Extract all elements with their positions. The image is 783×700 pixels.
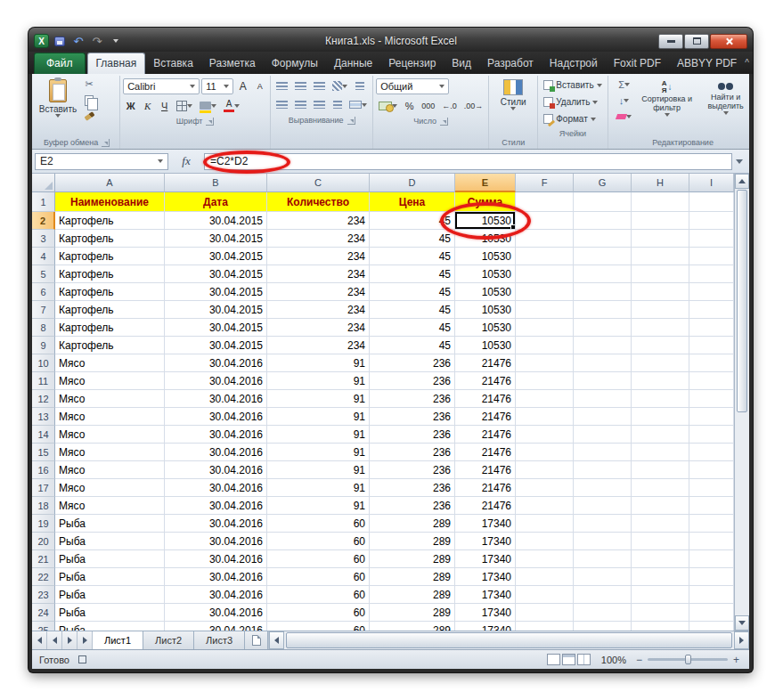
- save-button[interactable]: [52, 34, 68, 48]
- column-header-G[interactable]: G: [574, 174, 632, 192]
- font-color-button[interactable]: А: [221, 98, 242, 113]
- cell-I11[interactable]: [689, 372, 734, 390]
- find-select-button[interactable]: Найти и выделить: [697, 77, 753, 116]
- column-header-F[interactable]: F: [516, 174, 574, 192]
- cell-I21[interactable]: [689, 550, 734, 568]
- cell-C8[interactable]: 234: [267, 319, 370, 337]
- ribbon-tab-Рецензир[interactable]: Рецензир: [380, 53, 444, 74]
- cell-A1[interactable]: Наименование: [55, 192, 165, 212]
- wrap-text-button[interactable]: [352, 78, 367, 94]
- cell-B15[interactable]: 30.04.2016: [165, 444, 267, 461]
- cell-F9[interactable]: [516, 337, 574, 354]
- cell-D5[interactable]: 45: [370, 265, 455, 283]
- cell-G24[interactable]: [574, 604, 632, 622]
- zoom-slider[interactable]: [648, 658, 728, 661]
- cell-F6[interactable]: [516, 283, 574, 301]
- cell-A5[interactable]: Картофель: [55, 265, 165, 283]
- cell-A20[interactable]: Рыба: [55, 533, 165, 550]
- cell-D3[interactable]: 45: [370, 230, 455, 248]
- cell-D21[interactable]: 289: [370, 550, 455, 568]
- row-header-3[interactable]: 3: [32, 230, 55, 248]
- cell-I1[interactable]: [689, 192, 734, 212]
- cell-I2[interactable]: [689, 212, 734, 230]
- scroll-left-button[interactable]: [269, 631, 284, 649]
- cell-B21[interactable]: 30.04.2016: [165, 550, 267, 568]
- cell-F13[interactable]: [516, 408, 574, 426]
- minimize-button[interactable]: [658, 34, 683, 49]
- cell-H23[interactable]: [632, 586, 689, 604]
- sort-filter-button[interactable]: АЯ↓ Сортировка и фильтр: [638, 77, 697, 118]
- cell-I19[interactable]: [689, 515, 734, 533]
- redo-button[interactable]: ↷: [89, 34, 105, 48]
- cell-B17[interactable]: 30.04.2016: [165, 479, 267, 497]
- zoom-in-button[interactable]: +: [730, 654, 742, 666]
- cell-B6[interactable]: 30.04.2015: [165, 283, 267, 301]
- cell-C9[interactable]: 234: [267, 337, 370, 354]
- row-header-14[interactable]: 14: [32, 426, 55, 444]
- cell-A15[interactable]: Мясо: [55, 444, 165, 461]
- select-all-corner[interactable]: [32, 174, 55, 192]
- cell-F21[interactable]: [516, 550, 574, 568]
- cell-E6[interactable]: 10530: [455, 283, 516, 301]
- cell-E10[interactable]: 21476: [455, 354, 516, 372]
- last-sheet-button[interactable]: [77, 631, 93, 649]
- cell-G3[interactable]: [574, 230, 632, 248]
- cell-E23[interactable]: 17340: [455, 586, 516, 604]
- cell-E5[interactable]: 10530: [455, 265, 516, 283]
- cell-G23[interactable]: [574, 586, 632, 604]
- cell-D13[interactable]: 236: [370, 408, 455, 426]
- cell-B12[interactable]: 30.04.2016: [165, 390, 267, 408]
- cell-H17[interactable]: [632, 479, 689, 497]
- dialog-launcher-icon[interactable]: [206, 118, 214, 126]
- cell-C19[interactable]: 60: [267, 515, 370, 533]
- cell-H24[interactable]: [632, 604, 689, 622]
- format-painter-button[interactable]: [81, 109, 97, 124]
- horizontal-scroll-thumb[interactable]: [286, 632, 732, 648]
- row-header-4[interactable]: 4: [32, 248, 55, 265]
- cell-E21[interactable]: 17340: [455, 550, 516, 568]
- shrink-font-button[interactable]: А: [252, 79, 267, 94]
- cell-F7[interactable]: [516, 301, 574, 319]
- cell-C7[interactable]: 234: [267, 301, 370, 319]
- cell-G5[interactable]: [574, 265, 632, 283]
- row-header-18[interactable]: 18: [32, 497, 55, 515]
- cell-G1[interactable]: [574, 192, 632, 212]
- cell-C11[interactable]: 91: [267, 372, 370, 390]
- row-header-17[interactable]: 17: [32, 479, 55, 497]
- cell-A7[interactable]: Картофель: [55, 301, 165, 319]
- row-header-15[interactable]: 15: [32, 444, 55, 461]
- cell-B23[interactable]: 30.04.2016: [165, 586, 267, 604]
- ribbon-tab-Вставка[interactable]: Вставка: [145, 53, 201, 74]
- cell-H9[interactable]: [632, 337, 689, 354]
- scroll-up-button[interactable]: [735, 174, 749, 189]
- cell-F22[interactable]: [516, 568, 574, 586]
- cell-D16[interactable]: 236: [370, 461, 455, 479]
- cell-C21[interactable]: 60: [267, 550, 370, 568]
- row-header-5[interactable]: 5: [32, 265, 55, 283]
- cell-G20[interactable]: [574, 533, 632, 550]
- cell-H1[interactable]: [632, 192, 689, 212]
- cell-I13[interactable]: [689, 408, 734, 426]
- cell-E7[interactable]: 10530: [455, 301, 516, 319]
- cell-C1[interactable]: Количество: [267, 192, 370, 212]
- cell-D12[interactable]: 236: [370, 390, 455, 408]
- cell-I6[interactable]: [689, 283, 734, 301]
- cell-I18[interactable]: [689, 497, 734, 515]
- page-break-view-button[interactable]: [577, 654, 591, 665]
- cell-A3[interactable]: Картофель: [55, 230, 165, 248]
- cell-F15[interactable]: [516, 444, 574, 461]
- cell-I4[interactable]: [689, 248, 734, 265]
- cell-G17[interactable]: [574, 479, 632, 497]
- cell-C14[interactable]: 91: [267, 426, 370, 444]
- cell-E17[interactable]: 21476: [455, 479, 516, 497]
- cell-H18[interactable]: [632, 497, 689, 515]
- cell-D17[interactable]: 236: [370, 479, 455, 497]
- italic-button[interactable]: К: [140, 98, 155, 113]
- cell-B9[interactable]: 30.04.2015: [165, 337, 267, 354]
- styles-button[interactable]: Стили: [492, 77, 534, 111]
- vertical-scrollbar[interactable]: [734, 174, 749, 631]
- cell-D7[interactable]: 45: [370, 301, 455, 319]
- cell-B11[interactable]: 30.04.2016: [165, 372, 267, 390]
- cell-C10[interactable]: 91: [267, 354, 370, 372]
- cell-C18[interactable]: 91: [267, 497, 370, 515]
